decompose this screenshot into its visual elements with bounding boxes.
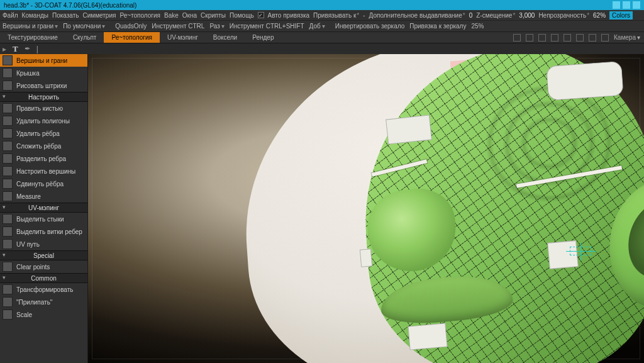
tool-delete-polys[interactable]: Удалить полигоны — [0, 114, 87, 127]
tool-strokes[interactable]: Рисовать штрихи — [0, 79, 87, 92]
menu-show[interactable]: Показать — [52, 12, 79, 19]
section-special[interactable]: ▾Special — [0, 250, 87, 260]
tool-ctrl-dropdown[interactable]: Раз — [209, 23, 224, 30]
preview-icon[interactable] — [589, 34, 596, 42]
options-bar: Вершины и грани По умолчани QuadsOnly Ин… — [0, 20, 644, 31]
tool-label: Трансформировать — [16, 286, 73, 293]
menu-help[interactable]: Помощь — [230, 12, 254, 19]
maximize-button[interactable] — [623, 1, 630, 9]
measure-icon — [3, 191, 13, 201]
tool-edge-loops[interactable]: Выделить витки ребер — [0, 225, 87, 238]
tab-texturing[interactable]: Текстурирование — [0, 32, 65, 43]
tool-label: Рисовать штрихи — [16, 82, 67, 89]
viewport-3d[interactable] — [88, 54, 644, 363]
tool-label: Measure — [16, 193, 41, 200]
menu-bake[interactable]: Bake — [164, 12, 179, 19]
close-button[interactable] — [633, 1, 640, 9]
section-label: Common — [31, 275, 57, 282]
tab-voxels[interactable]: Воксели — [206, 32, 245, 43]
tool-cap[interactable]: Крышка — [0, 67, 87, 79]
text-tool-icon[interactable]: T — [13, 44, 18, 54]
menu-scripts[interactable]: Скрипты — [201, 12, 226, 19]
tool-transform[interactable]: Трансформировать — [0, 283, 87, 296]
tool-split-edges[interactable]: Разделить ребра — [0, 152, 87, 165]
tool-tweak-verts[interactable]: Настроить вершины — [0, 165, 87, 177]
invert-mirror-label: Инвертировать зеркало — [335, 23, 404, 30]
tool-slide-edges[interactable]: Сдвинуть рёбра — [0, 177, 87, 190]
tab-retopo[interactable]: Ре~топология — [104, 32, 160, 43]
tool-collapse-edges[interactable]: Сложить рёбра — [0, 140, 87, 152]
tab-render[interactable]: Рендер — [245, 32, 281, 43]
tool-mark-seams[interactable]: Выделить стыки — [0, 213, 87, 225]
quadsonly-label: QuadsOnly — [115, 23, 147, 30]
tool-label: Выделить витки ребер — [16, 228, 82, 235]
section-adjust[interactable]: ▾Настроить — [0, 92, 87, 102]
brush-edit-icon — [3, 103, 13, 113]
section-label: UV-мэпинг — [28, 204, 59, 211]
tab-sculpt[interactable]: Скульпт — [65, 32, 104, 43]
tool-scale[interactable]: Scale — [0, 308, 87, 321]
axis-icon[interactable] — [513, 34, 521, 42]
tool-ctrlshift-label: Инструмент CTRL+SHIFT — [230, 23, 304, 30]
edge-loops-icon — [3, 226, 13, 237]
tool-label: Сложить рёбра — [16, 143, 61, 150]
zoffset-value[interactable]: 3,000 — [519, 12, 535, 19]
tool-label: Разделить ребра — [16, 155, 66, 162]
mode-vertsfaces-dropdown[interactable]: Вершины и грани — [3, 23, 58, 30]
tool-label: Крышка — [16, 70, 40, 77]
tool-clear-points[interactable]: Clear points — [0, 260, 87, 273]
symmetry-icon[interactable] — [551, 34, 558, 42]
autosnap-checkbox[interactable] — [258, 12, 264, 18]
menu-file[interactable]: Файл — [3, 12, 18, 19]
viewport-cursor-icon — [570, 247, 591, 255]
tool-label: Сдвинуть рёбра — [16, 181, 64, 187]
shadow-icon[interactable] — [601, 34, 609, 42]
slide-edges-icon — [3, 179, 13, 189]
snap-icon — [3, 297, 13, 307]
wireframe-icon[interactable] — [538, 34, 546, 42]
minimize-button[interactable] — [613, 1, 620, 9]
tool-brush-edit[interactable]: Править кистью — [0, 102, 87, 114]
menu-symmetry[interactable]: Симметрия — [82, 12, 116, 19]
section-label: Настроить — [28, 94, 59, 101]
tool-label: UV путь — [16, 241, 40, 248]
grid-icon[interactable] — [526, 34, 533, 42]
shelf-chevron-icon[interactable]: ▸ — [3, 45, 6, 53]
workspace-tabs: Текстурирование Скульпт Ре~топология UV-… — [0, 31, 644, 43]
mirror-snap-value[interactable]: 25% — [471, 23, 484, 30]
tool-measure[interactable]: Measure — [0, 190, 87, 203]
menu-retopo[interactable]: Ре~топология — [119, 12, 160, 19]
titlebar: head.3b* - 3D-COAT 4.7.06(GL64)(educatio… — [0, 0, 644, 10]
tool-verts-faces[interactable]: Вершины и грани — [0, 54, 87, 67]
tool-uv-path[interactable]: UV путь — [0, 238, 87, 250]
section-uv[interactable]: ▾UV-мэпинг — [0, 203, 87, 213]
tab-uvmap[interactable]: UV-мэпинг — [160, 32, 206, 43]
strokes-icon — [3, 81, 13, 91]
light-icon[interactable] — [576, 34, 584, 42]
camera-dropdown[interactable]: Камера — [614, 34, 640, 41]
section-common[interactable]: ▾Common — [0, 273, 87, 283]
section-label: Special — [33, 252, 54, 259]
snapto-dropdown[interactable]: Привязывать к — [313, 12, 359, 19]
opacity-value[interactable]: 62% — [593, 12, 606, 19]
autosnap-label: Авто привязка — [268, 12, 310, 19]
tool-label: Вершины и грани — [16, 57, 67, 64]
menu-commands[interactable]: Команды — [22, 12, 48, 19]
mirror-snap-label: Привязка к зеркалу — [409, 23, 466, 30]
tool-label: Править кистью — [16, 105, 63, 112]
head-model — [220, 54, 644, 363]
tool-ctrlshift-dropdown[interactable]: Доб — [309, 23, 325, 30]
extra-extrude-value[interactable]: 0 — [469, 12, 473, 19]
verts-faces-icon — [3, 55, 13, 65]
app-title: head.3b* - 3D-COAT 4.7.06(GL64)(educatio… — [4, 2, 136, 9]
ortho-icon[interactable] — [564, 34, 571, 42]
tool-delete-edges[interactable]: Удалить рёбра — [0, 127, 87, 140]
colors-button[interactable]: Colors — [609, 11, 633, 20]
mode-default-dropdown[interactable]: По умолчани — [63, 23, 105, 30]
tool-label: Выделить стыки — [16, 216, 64, 223]
tool-label: Настроить вершины — [16, 168, 75, 175]
tool-snap[interactable]: "Прилипать" — [0, 296, 87, 308]
menu-windows[interactable]: Окна — [182, 12, 197, 19]
curve-tool-icon[interactable]: ✒ — [25, 45, 30, 53]
tool-label: Clear points — [16, 264, 50, 271]
